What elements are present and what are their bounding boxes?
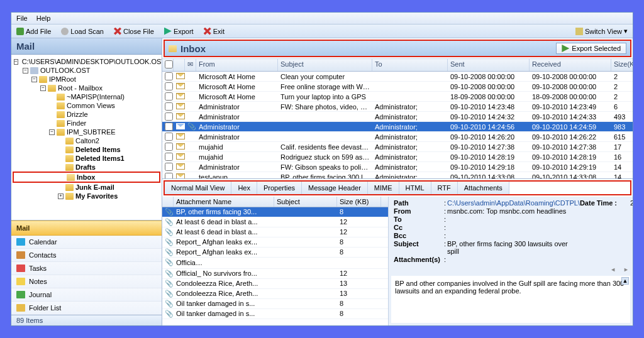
exit-button[interactable]: Exit [203, 27, 226, 36]
envelope-icon [176, 123, 185, 129]
folder-icon [65, 184, 74, 191]
mail-row[interactable]: AdministratorFW: Share photos, video, an… [162, 102, 633, 112]
export-icon [164, 28, 172, 35]
attachment-row[interactable]: 📎Condoleezza Rice, Areth...13 [162, 279, 388, 289]
preview-body[interactable]: BP and other companies involved in the G… [391, 276, 630, 323]
expand-icon[interactable]: − [23, 68, 28, 74]
tab-message-header[interactable]: Message Header [302, 182, 368, 194]
attachment-row[interactable]: 📎Report_ Afghan leaks ex...8 [162, 248, 388, 258]
menu-file[interactable]: File [16, 14, 28, 22]
nav-folderlist[interactable]: Folder List [11, 302, 162, 315]
mail-row[interactable]: AdministratorAdministrator;09-10-2010 14… [162, 112, 633, 122]
exit-icon [204, 28, 211, 35]
nav-block: Mail Calendar Contacts Tasks Notes Journ… [11, 220, 162, 315]
row-checkbox[interactable] [165, 112, 173, 121]
contacts-icon [16, 251, 25, 259]
export-selected-button[interactable]: Export Selected [556, 43, 626, 54]
mail-row[interactable]: AdministratorFW: Gibson speaks to polic.… [162, 162, 633, 172]
mail-row[interactable]: mujahidRodriguez stuck on 599 as T...Adm… [162, 152, 633, 162]
tab-properties[interactable]: Properties [257, 182, 302, 194]
attachment-row[interactable]: 📎Oil tanker damaged in s...8 [162, 309, 388, 319]
scroll-left-icon[interactable]: ◄ [606, 266, 619, 273]
menu-help[interactable]: Help [36, 14, 51, 22]
row-checkbox[interactable] [165, 82, 173, 90]
attachment-row[interactable]: 📎Oil tanker damaged in s...8 [162, 299, 388, 309]
nav-calendar[interactable]: Calendar [11, 236, 162, 249]
toolbar: Add File Load Scan Close File Export Exi… [11, 25, 633, 38]
att-header[interactable]: Attachment NameSubjectSize (KB) [162, 197, 388, 207]
tab-rtf[interactable]: RTF [431, 182, 458, 194]
switch-view-button[interactable]: Switch View ▾ [574, 26, 629, 36]
tab-hex[interactable]: Hex [231, 182, 257, 194]
attachment-row[interactable]: 📎At least 6 dead in blast a...12 [162, 217, 388, 227]
view-tabs: Normal Mail ViewHexPropertiesMessage Hea… [164, 180, 631, 195]
paperclip-icon: 📎 [162, 269, 174, 278]
folder-icon [65, 138, 74, 144]
expand-icon[interactable]: − [31, 77, 37, 82]
attachment-row[interactable]: 📎OfficiaReport_ Afghan leaks expose iden… [162, 258, 388, 269]
tree-inbox[interactable]: Inbox [13, 172, 160, 183]
row-checkbox[interactable] [165, 102, 173, 111]
row-checkbox[interactable] [165, 173, 173, 178]
mail-row[interactable]: test-anupBP, other firms facing 300 la..… [162, 172, 633, 178]
row-checkbox[interactable] [165, 123, 173, 131]
tab-mime[interactable]: MIME [368, 182, 399, 194]
mail-row[interactable]: Microsoft At HomeFree online storage wit… [162, 82, 633, 92]
attachment-row[interactable]: 📎Report_ Afghan leaks ex...8 [162, 237, 388, 248]
expand-icon[interactable]: − [40, 85, 46, 91]
row-checkbox[interactable] [165, 163, 173, 171]
row-checkbox[interactable] [165, 92, 173, 101]
paperclip-icon: 📎 [162, 248, 174, 257]
folder-icon [57, 111, 65, 118]
folder-icon [65, 164, 74, 171]
expand-icon[interactable]: + [58, 194, 64, 199]
mail-row[interactable]: AdministratorAdministrator;09-10-2010 14… [162, 132, 633, 142]
journal-icon [16, 291, 25, 298]
envelope-icon [176, 153, 185, 160]
envelope-icon [176, 163, 185, 170]
attachment-row[interactable]: 📎Condoleezza Rice, Areth...13 [162, 289, 388, 299]
paperclip-icon: 📎 [162, 258, 174, 268]
folderlist-icon [16, 304, 25, 312]
attachment-row[interactable]: 📎Official_ No survivors fro...12 [162, 269, 388, 279]
row-checkbox[interactable] [165, 133, 173, 141]
envelope-icon [176, 73, 185, 79]
nav-tasks[interactable]: Tasks [11, 262, 162, 275]
tab-normal-mail-view[interactable]: Normal Mail View [165, 182, 231, 194]
export-button[interactable]: Export [163, 27, 195, 36]
row-checkbox[interactable] [165, 143, 173, 151]
tab-attachments[interactable]: Attachments [458, 182, 509, 194]
tab-html[interactable]: HTML [399, 182, 431, 194]
folder-icon [48, 85, 56, 92]
nav-mail[interactable]: Mail [11, 221, 162, 236]
calendar-icon [16, 238, 25, 246]
close-file-button[interactable]: Close File [113, 27, 155, 36]
paperclip-icon: 📎 [162, 309, 174, 319]
select-all-checkbox[interactable] [165, 60, 173, 68]
paperclip-icon: 📎 [162, 279, 174, 288]
scroll-right-icon[interactable]: ► [619, 266, 633, 273]
attachment-row[interactable]: 📎BP, other firms facing 30...8 [162, 207, 388, 217]
attachment-row[interactable]: 📎At least 6 dead in blast a...12 [162, 227, 388, 237]
add-file-button[interactable]: Add File [15, 27, 52, 36]
load-scan-button[interactable]: Load Scan [60, 27, 105, 36]
expand-icon[interactable]: − [49, 129, 55, 135]
paperclip-icon: 📎 [162, 237, 174, 247]
scroll-up-icon[interactable]: ▲ [621, 277, 629, 285]
mail-row[interactable]: mujahidCalif. residents flee devastat...… [162, 142, 633, 152]
nav-journal[interactable]: Journal [11, 288, 162, 302]
envelope-icon [176, 113, 185, 119]
attachments-pane: Attachment NameSubjectSize (KB) 📎BP, oth… [162, 197, 389, 325]
nav-notes[interactable]: Notes [11, 275, 162, 288]
grid-header[interactable]: ✉ FromSubjectToSentReceivedSize(KB) [162, 58, 633, 72]
mail-row[interactable]: Microsoft At HomeTurn your laptop into a… [162, 92, 633, 102]
mail-row[interactable]: 📎AdministratorAdministrator;09-10-2010 1… [162, 122, 633, 132]
row-checkbox[interactable] [165, 153, 173, 161]
nav-contacts[interactable]: Contacts [11, 249, 162, 262]
mail-row[interactable]: Microsoft At HomeClean your computer09-1… [162, 72, 633, 82]
folder-tree[interactable]: −C:\USERS\ADMIN\DESKTOP\OUTLOOK.OST −OUT… [11, 55, 162, 220]
row-checkbox[interactable] [165, 72, 173, 80]
folder-icon [65, 146, 74, 153]
mail-header: Mail [11, 38, 162, 55]
expand-icon[interactable]: − [14, 59, 18, 65]
